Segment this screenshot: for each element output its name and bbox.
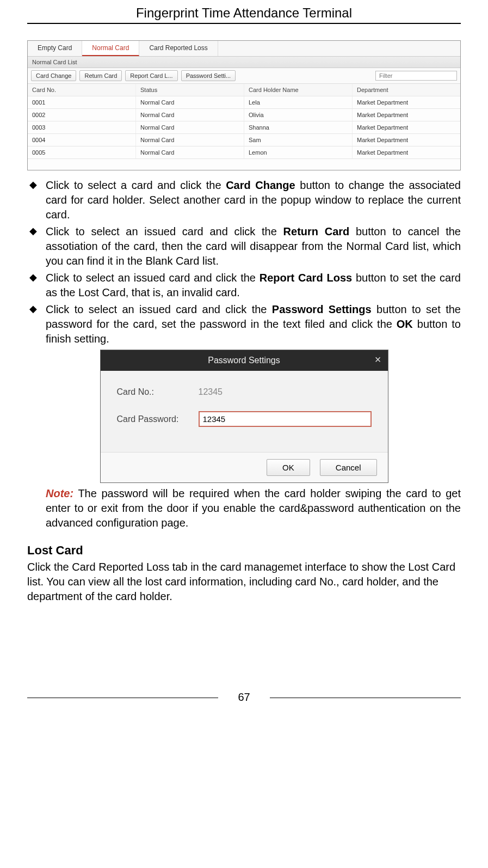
card-tabs: Empty Card Normal Card Card Reported Los… [28, 41, 460, 57]
row-card-password: Card Password: [117, 411, 372, 427]
label-card-password: Card Password: [117, 414, 199, 424]
report-card-loss-button[interactable]: Report Card L... [125, 70, 177, 81]
table-row[interactable]: 0005 Normal Card Lemon Market Department [28, 146, 460, 159]
table-row[interactable]: 0002 Normal Card Olivia Market Departmen… [28, 109, 460, 121]
row-card-no: Card No.: 12345 [117, 387, 372, 397]
label-card-no: Card No.: [117, 387, 199, 397]
bold: Card Change [226, 179, 295, 191]
bold: Return Card [283, 225, 350, 237]
password-settings-button[interactable]: Password Setti... [181, 70, 236, 81]
dialog-title: Password Settings [208, 356, 280, 365]
cell: Market Department [353, 134, 460, 146]
password-dialog-figure: Password Settings × Card No.: 12345 Card… [27, 350, 461, 483]
card-password-input[interactable] [199, 411, 372, 427]
toolbar: Card Change Return Card Report Card L...… [28, 68, 460, 84]
cell: 0005 [28, 146, 136, 158]
cell: 0002 [28, 109, 136, 121]
cell: Normal Card [136, 109, 244, 121]
value-card-no: 12345 [199, 387, 223, 397]
ok-button[interactable]: OK [267, 459, 310, 476]
lost-card-text: Click the Card Reported Loss tab in the … [27, 560, 461, 604]
bold: Password Settings [272, 303, 372, 315]
bold: OK [397, 318, 413, 330]
note: Note: The password will be required when… [27, 486, 461, 530]
tab-card-reported-loss[interactable]: Card Reported Loss [139, 41, 218, 56]
table-row[interactable]: 0004 Normal Card Sam Market Department [28, 134, 460, 146]
table-row[interactable]: 0001 Normal Card Lela Market Department [28, 96, 460, 109]
page-number: 67 [27, 691, 461, 704]
list-item: Click to select an issued card and click… [46, 302, 461, 346]
grid-body: 0001 Normal Card Lela Market Department … [28, 96, 460, 170]
cell: Market Department [353, 109, 460, 121]
dialog-buttons: OK Cancel [101, 452, 388, 482]
lost-card-heading: Lost Card [27, 543, 461, 558]
dialog-titlebar: Password Settings × [101, 350, 388, 371]
card-change-button[interactable]: Card Change [31, 70, 76, 81]
password-settings-dialog: Password Settings × Card No.: 12345 Card… [100, 350, 388, 483]
col-department: Department [353, 84, 460, 96]
close-icon[interactable]: × [375, 353, 381, 366]
cell: Market Department [353, 121, 460, 133]
card-management-window: Empty Card Normal Card Card Reported Los… [27, 40, 461, 170]
table-row[interactable]: 0003 Normal Card Shanna Market Departmen… [28, 121, 460, 134]
tab-empty-card[interactable]: Empty Card [28, 41, 82, 56]
filter-input[interactable] [375, 71, 457, 81]
note-text: The password will be required when the c… [46, 487, 461, 529]
cell: 0001 [28, 96, 136, 108]
grid-header: Card No. Status Card Holder Name Departm… [28, 84, 460, 96]
text: Click to select a card and click the [46, 179, 226, 191]
col-holder: Card Holder Name [244, 84, 353, 96]
text: Click to select an issued card and click… [46, 272, 260, 284]
cell: Lemon [244, 146, 353, 158]
cell: Normal Card [136, 146, 244, 158]
col-card-no: Card No. [28, 84, 136, 96]
instruction-list: Click to select a card and click the Car… [27, 178, 461, 346]
cancel-button[interactable]: Cancel [320, 459, 377, 476]
cell: Market Department [353, 146, 460, 158]
cell: 0004 [28, 134, 136, 146]
text: Click to select an issued card and click… [46, 225, 283, 237]
doc-title: Fingerprint Time Attendance Terminal [27, 5, 461, 24]
return-card-button[interactable]: Return Card [79, 70, 122, 81]
note-label: Note: [46, 487, 73, 499]
dialog-body: Card No.: 12345 Card Password: [101, 371, 388, 452]
col-status: Status [136, 84, 244, 96]
list-item: Click to select a card and click the Car… [46, 178, 461, 222]
text: Click to select an issued card and click… [46, 303, 272, 315]
bold: Report Card Loss [260, 272, 352, 284]
cell: 0003 [28, 121, 136, 133]
cell: Normal Card [136, 121, 244, 133]
cell: Normal Card [136, 96, 244, 108]
section-label: Normal Card List [28, 57, 460, 68]
cell: Shanna [244, 121, 353, 133]
cell: Sam [244, 134, 353, 146]
cell: Olivia [244, 109, 353, 121]
cell: Market Department [353, 96, 460, 108]
tab-normal-card[interactable]: Normal Card [82, 41, 139, 56]
cell: Normal Card [136, 134, 244, 146]
list-item: Click to select an issued card and click… [46, 224, 461, 268]
cell: Lela [244, 96, 353, 108]
list-item: Click to select an issued card and click… [46, 271, 461, 300]
